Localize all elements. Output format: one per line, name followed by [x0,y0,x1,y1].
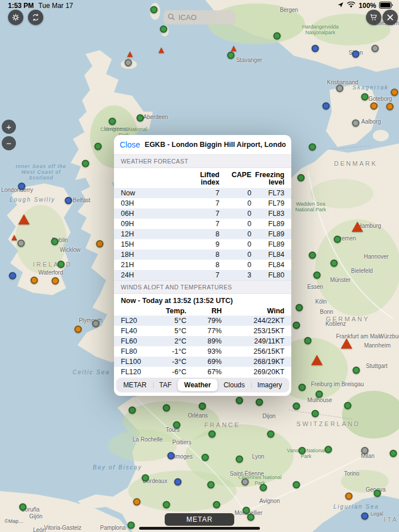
hazard-marker[interactable] [231,46,237,51]
station-marker-blue[interactable] [174,478,182,486]
station-marker-orange[interactable] [75,326,82,333]
station-marker-green[interactable] [309,144,316,151]
station-marker-green[interactable] [128,522,135,529]
station-marker-orange[interactable] [52,277,59,285]
station-marker-blue[interactable] [361,513,369,520]
station-marker-blue[interactable] [352,51,360,58]
station-marker-green[interactable] [19,504,27,511]
station-marker-green[interactable] [299,447,306,455]
station-marker-green[interactable] [274,32,281,40]
station-marker-gray[interactable] [242,478,249,486]
hazard-marker[interactable] [127,51,133,57]
search-input[interactable] [177,13,232,22]
station-marker-gray[interactable] [125,59,132,67]
station-marker-green[interactable] [374,490,381,497]
station-marker-gray[interactable] [361,447,369,455]
legal-link[interactable]: Legal [370,511,383,517]
hazard-marker[interactable] [341,338,352,349]
hazard-marker[interactable] [311,355,323,365]
station-marker-green[interactable] [82,160,89,167]
station-marker-green[interactable] [173,421,181,429]
close-map-button[interactable] [382,10,398,25]
station-marker-blue[interactable] [9,272,17,280]
station-marker-green[interactable] [312,410,319,418]
station-marker-green[interactable] [213,501,221,509]
search-bar[interactable] [164,10,236,24]
station-marker-green[interactable] [260,484,267,492]
station-marker-orange[interactable] [391,89,398,96]
station-marker-orange[interactable] [345,493,353,500]
station-marker-green[interactable] [293,481,300,489]
station-marker-green[interactable] [331,260,338,267]
station-marker-green[interactable] [293,322,300,329]
station-marker-green[interactable] [293,403,300,410]
station-marker-green[interactable] [353,367,360,374]
hazard-marker[interactable] [352,222,363,232]
tab-taf[interactable]: TAF [153,379,178,391]
home-indicator[interactable] [139,527,260,530]
station-marker-orange[interactable] [386,103,394,111]
refresh-button[interactable] [28,10,43,25]
station-marker-green[interactable] [202,454,209,461]
station-marker-gray[interactable] [92,320,100,328]
station-marker-green[interactable] [163,501,170,509]
station-marker-green[interactable] [199,403,206,410]
station-marker-blue[interactable] [18,183,26,190]
hazard-marker[interactable] [158,47,164,53]
station-marker-green[interactable] [344,402,352,410]
station-marker-green[interactable] [247,514,255,521]
station-marker-green[interactable] [314,272,321,279]
tab-imagery[interactable]: Imagery [251,379,288,391]
station-marker-green[interactable] [316,391,323,398]
station-marker-green[interactable] [137,114,144,122]
hazard-marker[interactable] [11,235,17,240]
station-marker-green[interactable] [160,26,168,33]
station-marker-green[interactable] [236,456,243,463]
station-marker-green[interactable] [296,304,303,312]
station-marker-green[interactable] [236,397,243,404]
tab-weather[interactable]: Weather [178,379,217,391]
station-marker-orange[interactable] [370,103,378,110]
station-marker-orange[interactable] [31,277,38,284]
station-marker-green[interactable] [299,384,306,391]
station-marker-orange[interactable] [133,498,141,506]
station-marker-orange[interactable] [96,240,104,248]
station-marker-green[interactable] [51,238,59,245]
station-marker-blue[interactable] [323,103,330,110]
station-marker-green[interactable] [129,407,136,414]
station-marker-green[interactable] [256,399,263,406]
hazard-marker[interactable] [18,214,30,224]
cart-button[interactable] [366,10,381,25]
station-marker-gray[interactable] [18,240,25,247]
station-marker-green[interactable] [163,404,170,412]
tab-clouds[interactable]: Clouds [217,379,251,391]
zoom-in-button[interactable]: + [2,120,16,134]
station-marker-green[interactable] [243,507,250,514]
station-marker-green[interactable] [109,118,116,125]
station-marker-green[interactable] [325,446,332,453]
station-marker-green[interactable] [227,52,235,59]
station-marker-green[interactable] [298,174,305,182]
station-marker-green[interactable] [142,474,149,482]
station-marker-blue[interactable] [65,197,72,204]
zoom-out-button[interactable]: − [2,136,16,150]
station-marker-gray[interactable] [372,45,379,52]
station-marker-blue[interactable] [168,452,175,460]
metar-mode-button[interactable]: METAR [165,513,234,526]
station-marker-green[interactable] [334,236,341,243]
station-marker-green[interactable] [267,431,275,438]
station-marker-green[interactable] [95,143,102,150]
station-marker-green[interactable] [304,337,312,345]
modal-close-button[interactable]: Close [120,140,140,149]
station-marker-green[interactable] [207,481,215,489]
station-marker-gray[interactable] [352,120,360,127]
station-marker-green[interactable] [361,93,369,101]
station-marker-blue[interactable] [312,45,319,52]
station-marker-green[interactable] [209,431,216,438]
station-marker-gray[interactable] [336,85,344,92]
station-marker-green[interactable] [390,450,397,457]
tab-metar[interactable]: METAR [117,379,153,391]
station-marker-green[interactable] [309,252,316,259]
settings-button[interactable] [8,10,23,25]
station-marker-green[interactable] [58,261,65,268]
